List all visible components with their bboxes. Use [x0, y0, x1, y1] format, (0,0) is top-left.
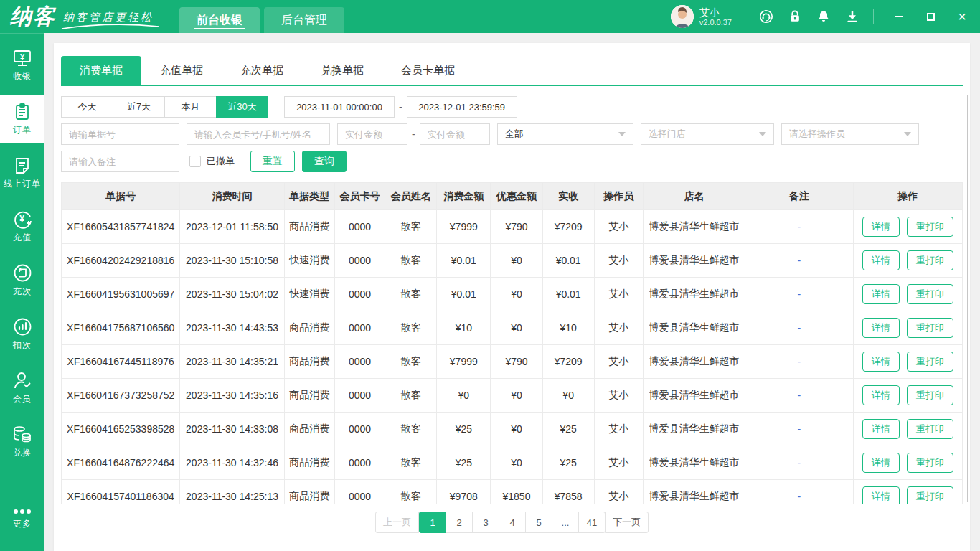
- chevron-down-icon: [618, 132, 626, 136]
- store-select[interactable]: 选择门店: [641, 123, 774, 145]
- cell-type: 商品消费: [284, 210, 334, 244]
- sidebar-item-recharge[interactable]: ¥ 充值: [0, 203, 44, 250]
- close-icon[interactable]: ×: [956, 10, 969, 23]
- remark-input[interactable]: [61, 151, 179, 172]
- reprint-button[interactable]: 重打印: [907, 217, 953, 237]
- lock-icon[interactable]: [787, 9, 803, 24]
- tab-exchange-orders[interactable]: 兑换单据: [302, 56, 382, 85]
- filter-row-dates: 今天 近7天 本月 近30天 -: [61, 96, 963, 118]
- range-today-button[interactable]: 今天: [61, 96, 113, 118]
- sidebar-item-deduct-times[interactable]: 扣次: [0, 311, 44, 358]
- sidebar-item-exchange[interactable]: 兑换: [0, 418, 44, 466]
- sidebar-item-orders[interactable]: 订单: [0, 95, 44, 143]
- range-month-button[interactable]: 本月: [164, 96, 217, 118]
- cell-remark: -: [745, 278, 853, 311]
- detail-button[interactable]: 详情: [862, 250, 900, 270]
- page-button-41[interactable]: 41: [578, 512, 606, 533]
- detail-button[interactable]: 详情: [862, 352, 900, 372]
- topbar-tab-front-cashier[interactable]: 前台收银: [179, 7, 260, 33]
- member-search-input[interactable]: [187, 123, 330, 145]
- main-area: 消费单据 充值单据 充次单据 兑换单据 会员卡单据 今天 近7天 本月 近30天…: [44, 33, 980, 551]
- slogan-wrap: 纳客管店更轻松: [63, 9, 154, 24]
- tab-label: 消费单据: [80, 64, 123, 77]
- cancelled-checkbox[interactable]: 已撤单: [189, 155, 235, 168]
- select-placeholder: 选择门店: [649, 128, 753, 141]
- cell-discount: ¥0: [491, 311, 542, 345]
- cell-remark: -: [745, 480, 853, 505]
- range-label: 近7天: [127, 100, 151, 113]
- download-icon[interactable]: [844, 9, 860, 24]
- col-amount: 消费金额: [437, 183, 491, 210]
- table-row: XF166041756871065602023-11-30 14:43:53商品…: [62, 311, 963, 345]
- cell-store: 博爱县清华生鲜超市: [643, 278, 745, 311]
- app-window: 纳客 纳客管店更轻松 前台收银 后台管理 艾小 v2.0.0.37: [0, 0, 980, 551]
- page-button-1[interactable]: 1: [419, 512, 446, 533]
- cell-remark: -: [745, 210, 853, 244]
- page-button-3[interactable]: 3: [472, 512, 499, 533]
- reprint-button[interactable]: 重打印: [907, 284, 953, 304]
- cell-remark: -: [745, 345, 853, 379]
- reprint-button[interactable]: 重打印: [907, 385, 953, 405]
- amount-min-input[interactable]: [337, 123, 407, 145]
- sidebar-item-more[interactable]: 更多: [0, 495, 44, 542]
- reprint-button[interactable]: 重打印: [907, 419, 953, 439]
- orders-table-body: XF166054318577418242023-12-01 11:58:50商品…: [62, 210, 963, 505]
- reset-button[interactable]: 重置: [250, 151, 295, 172]
- cell-type: 商品消费: [284, 345, 334, 379]
- topbar-tab-backend-manage[interactable]: 后台管理: [264, 7, 344, 33]
- amount-max-input[interactable]: [420, 123, 490, 145]
- detail-button[interactable]: 详情: [862, 284, 900, 304]
- prev-page-button[interactable]: 上一页: [375, 512, 419, 533]
- sidebar-item-cashier[interactable]: ¥ 收银: [0, 42, 44, 89]
- tab-recharge-times-orders[interactable]: 充次单据: [222, 56, 302, 85]
- search-button[interactable]: 查询: [302, 151, 347, 172]
- reprint-button[interactable]: 重打印: [907, 486, 953, 504]
- detail-button[interactable]: 详情: [862, 217, 900, 237]
- detail-button[interactable]: 详情: [862, 419, 900, 439]
- date-from-input[interactable]: [284, 96, 395, 118]
- vertical-scrollbar[interactable]: [967, 95, 968, 502]
- detail-button[interactable]: 详情: [862, 453, 900, 473]
- maximize-icon[interactable]: [924, 10, 937, 23]
- reprint-button[interactable]: 重打印: [907, 352, 953, 372]
- detail-button[interactable]: 详情: [862, 486, 900, 504]
- support-icon[interactable]: [758, 9, 774, 24]
- detail-button[interactable]: 详情: [862, 385, 900, 405]
- avatar: [671, 5, 694, 28]
- topbar-divider: [745, 9, 745, 24]
- range-30days-button[interactable]: 近30天: [216, 96, 268, 118]
- page-button-4[interactable]: 4: [499, 512, 526, 533]
- page-button-2[interactable]: 2: [446, 512, 473, 533]
- operator-select[interactable]: 请选择操作员: [781, 123, 919, 145]
- user-block[interactable]: 艾小 v2.0.0.37: [671, 5, 732, 28]
- next-page-button[interactable]: 下一页: [605, 512, 649, 533]
- col-order-no: 单据号: [62, 183, 180, 210]
- pager-label: 上一页: [383, 516, 411, 529]
- order-no-input[interactable]: [61, 123, 179, 145]
- sidebar-item-recharge-times[interactable]: 充次: [0, 257, 44, 304]
- tab-recharge-orders[interactable]: 充值单据: [141, 56, 222, 85]
- tab-consume-orders[interactable]: 消费单据: [61, 56, 141, 85]
- sidebar-item-online-orders[interactable]: 线上订单: [0, 149, 44, 197]
- tab-member-card-orders[interactable]: 会员卡单据: [382, 56, 473, 85]
- cell-actions: 详情重打印: [853, 210, 962, 244]
- col-time: 消费时间: [180, 183, 284, 210]
- reprint-button[interactable]: 重打印: [907, 453, 953, 473]
- cell-store: 博爱县清华生鲜超市: [643, 210, 745, 244]
- sidebar-item-members[interactable]: 会员: [0, 364, 44, 412]
- detail-button[interactable]: 详情: [862, 318, 900, 338]
- cell-operator: 艾小: [594, 379, 643, 413]
- reprint-button[interactable]: 重打印: [907, 250, 953, 270]
- bell-icon[interactable]: [816, 9, 831, 24]
- cell-paid: ¥25: [542, 413, 594, 446]
- range-7days-button[interactable]: 近7天: [113, 96, 165, 118]
- col-card-no: 会员卡号: [334, 183, 385, 210]
- select-placeholder: 请选择操作员: [789, 128, 898, 141]
- page-ellipsis[interactable]: ...: [552, 512, 579, 533]
- cell-time: 2023-12-01 11:58:50: [180, 210, 284, 244]
- reprint-button[interactable]: 重打印: [907, 318, 953, 338]
- page-button-5[interactable]: 5: [525, 512, 552, 533]
- order-type-select[interactable]: 全部: [497, 123, 633, 145]
- minimize-icon[interactable]: [892, 10, 905, 23]
- date-to-input[interactable]: [407, 96, 517, 118]
